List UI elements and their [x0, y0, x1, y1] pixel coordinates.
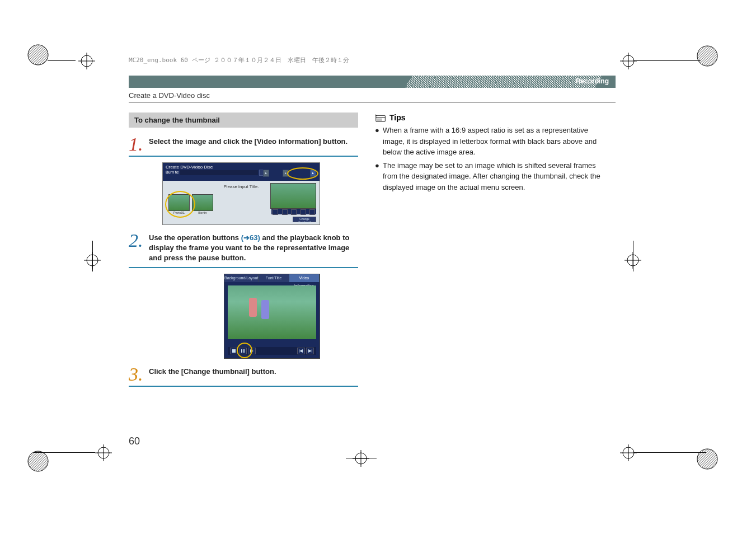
create-dvd-window: Create DVD-Video Disc Burn to: ▸ ▸ ▸ Ple…	[162, 162, 320, 225]
step-2-pre: Use the operation buttons	[149, 233, 241, 242]
highlight-circle-tab	[287, 167, 318, 180]
svg-rect-30	[299, 349, 299, 353]
bottom-bar-right	[633, 452, 706, 453]
reg-mark-top-left	[78, 53, 95, 69]
prev-frame-icon	[297, 348, 305, 354]
section-header-bar: Recording	[129, 76, 616, 88]
next-frame-icon	[306, 348, 314, 354]
tip-1-text: When a frame with a 16:9 aspect ratio is…	[383, 125, 610, 158]
reg-mark-bottom-center	[353, 450, 369, 467]
page-body: MC20_eng.book 60 ページ ２００７年１０月２４日 水曜日 午後２…	[129, 56, 616, 392]
svg-rect-25	[232, 349, 236, 353]
reg-mark-bottom-left	[95, 444, 112, 461]
svg-rect-33	[376, 115, 386, 121]
tip-2-text: The image may be set to an image which i…	[383, 160, 610, 193]
heading-change-thumbnail: To change the thumbnail	[129, 113, 358, 128]
video-info-panel: Background/Layout Font/Title Video infor…	[224, 274, 320, 359]
reg-mark-top-right	[620, 53, 637, 69]
burn-to-label: Burn to:	[166, 170, 180, 174]
tab-bg-layout: ▸	[263, 170, 269, 177]
top-bar-left	[48, 60, 76, 61]
playback-controls	[271, 209, 316, 214]
highlight-circle-thumb	[165, 191, 195, 218]
step-1: 1. Select the image and click the [Video…	[129, 137, 358, 157]
tip-2: ● The image may be set to an image which…	[375, 160, 610, 193]
tips-icon	[375, 113, 387, 123]
preview-frame	[228, 285, 316, 339]
change-thumbnail-button: Change thumbnail	[293, 217, 316, 222]
panel-tab-bg: Background/Layout	[224, 274, 259, 282]
tips-label: Tips	[389, 113, 406, 122]
page-number: 60	[129, 435, 140, 447]
thumbnail-2-label: Berlin	[192, 211, 213, 214]
stop-icon	[273, 209, 278, 215]
svg-rect-32	[312, 349, 312, 353]
svg-point-13	[697, 46, 717, 66]
prev-icon	[300, 209, 306, 215]
step-3: 3. Click the [Change thumbnail] button.	[129, 367, 358, 387]
step-2-number: 2.	[129, 233, 145, 249]
right-column: Tips ● When a frame with a 16:9 aspect r…	[375, 113, 610, 392]
preview-image	[270, 183, 316, 209]
subsection-title: Create a DVD-Video disc	[129, 91, 616, 102]
pause-icon	[282, 209, 288, 215]
highlight-circle-pause	[237, 343, 252, 358]
step-2: 2. Use the operation buttons (➜63) and t…	[129, 233, 358, 268]
side-bar-right	[633, 241, 633, 271]
step-3-rule	[129, 386, 358, 387]
play-icon	[291, 209, 297, 215]
svg-marker-29	[299, 349, 303, 353]
svg-point-15	[697, 449, 717, 469]
tips-heading: Tips	[375, 113, 610, 123]
svg-point-14	[28, 451, 48, 471]
step-1-rule	[129, 156, 358, 157]
section-label: Recording	[576, 77, 609, 85]
bullet-icon: ●	[375, 125, 383, 158]
step-2-ref: (➜63)	[241, 233, 260, 242]
illustration-2: Background/Layout Font/Title Video infor…	[162, 274, 358, 359]
svg-marker-31	[308, 349, 312, 353]
corner-mark-br	[696, 448, 719, 470]
bullet-icon: ●	[375, 160, 383, 193]
corner-mark-bl	[27, 450, 49, 472]
left-column: To change the thumbnail 1. Select the im…	[129, 113, 358, 392]
side-bar-left	[92, 241, 93, 271]
corner-mark-tl	[27, 44, 49, 66]
step-1-text: Select the image and click the [Video in…	[149, 137, 358, 147]
step-3-text: Click the [Change thumbnail] button.	[149, 367, 358, 377]
tip-1: ● When a frame with a 16:9 aspect ratio …	[375, 125, 610, 158]
step-1-number: 1.	[129, 137, 145, 152]
top-bar-right	[633, 60, 701, 61]
file-meta-line: MC20_eng.book 60 ページ ２００７年１０月２４日 水曜日 午後２…	[129, 56, 616, 64]
step-2-rule	[129, 267, 358, 268]
svg-point-12	[28, 45, 48, 65]
illustration-1: Create DVD-Video Disc Burn to: ▸ ▸ ▸ Ple…	[162, 162, 358, 225]
next-icon	[309, 209, 315, 215]
step-3-number: 3.	[129, 367, 145, 382]
bottom-bar-center	[346, 458, 377, 458]
burn-location-dropdown	[180, 170, 258, 175]
panel-tab-font: Font/Title	[259, 274, 289, 282]
reg-mark-bottom-right	[620, 444, 637, 461]
header-slant-decoration	[403, 76, 604, 88]
panel-tab-video: Video information	[289, 274, 320, 282]
step-2-text: Use the operation buttons (➜63) and the …	[149, 233, 358, 264]
corner-mark-tr	[696, 45, 719, 67]
